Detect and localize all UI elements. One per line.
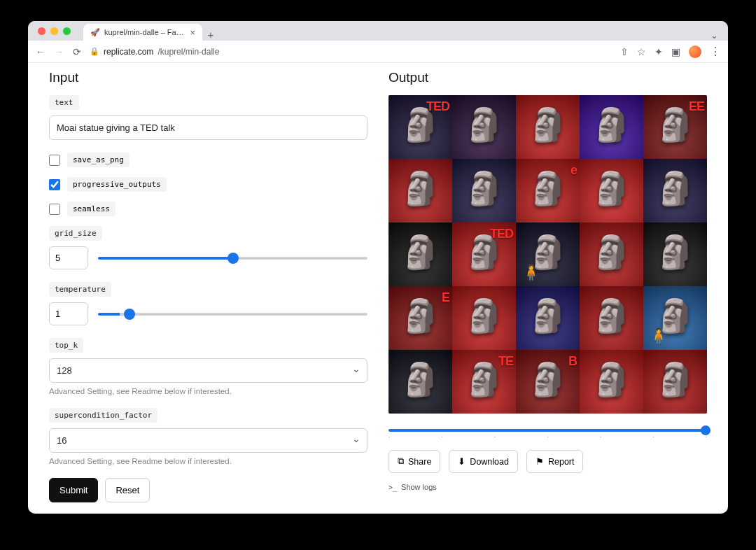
output-progress-slider[interactable]: ·······	[388, 423, 707, 437]
moai-icon: 🗿	[592, 108, 631, 141]
ted-text: e	[570, 163, 577, 178]
moai-icon: 🗿	[655, 299, 695, 332]
output-grid-cell: 🗿	[388, 159, 452, 223]
checkbox-seamless[interactable]	[49, 204, 60, 215]
share-icon: ⧉	[398, 456, 404, 467]
share-button[interactable]: ⧉Share	[388, 450, 440, 473]
input-heading: Input	[49, 70, 368, 85]
terminal-icon: >_	[388, 484, 397, 491]
moai-icon: 🗿	[528, 363, 568, 395]
label-seamless: seamless	[67, 202, 115, 216]
label-temperature: temperature	[49, 282, 111, 297]
moai-icon: 🗿	[400, 236, 440, 268]
checkbox-save-as-png[interactable]	[49, 155, 60, 166]
label-text: text	[49, 95, 79, 110]
label-supercondition-factor: supercondition_factor	[49, 408, 158, 423]
field-top-k: top_k 128 Advanced Setting, see Readme b…	[49, 338, 368, 395]
supercondition-factor-hint: Advanced Setting, see Readme below if in…	[49, 457, 368, 465]
browser-tab[interactable]: 🚀 kuprel/min-dalle – Fast, minim… ×	[83, 24, 202, 41]
moai-icon: 🗿	[592, 172, 631, 204]
output-grid-cell: 🗿	[452, 286, 516, 350]
page-content: Input text save_as_png progressive_outpu…	[28, 63, 728, 514]
output-grid-cell: 🗿🧍	[516, 223, 580, 286]
output-image-grid: 🗿TED🗿🗿🗿🗿EE🗿🗿🗿e🗿🗿🗿🗿TED🗿🧍🗿🗿🗿E🗿🗿🗿🗿🧍🗿🗿TE🗿B🗿🗿	[388, 95, 707, 414]
field-temperature: temperature	[49, 282, 368, 325]
field-seamless[interactable]: seamless	[49, 202, 368, 216]
tab-favicon: 🚀	[90, 28, 100, 37]
output-grid-cell: 🗿	[516, 286, 580, 350]
tab-strip: 🚀 kuprel/min-dalle – Fast, minim… × + ⌄	[28, 21, 728, 41]
field-save-as-png[interactable]: save_as_png	[49, 153, 368, 167]
output-grid-cell: 🗿E	[388, 286, 452, 350]
profile-avatar[interactable]	[689, 45, 701, 58]
ted-text: TE	[498, 354, 513, 369]
output-grid-cell: 🗿B	[516, 350, 580, 414]
minimize-window-button[interactable]	[50, 27, 58, 35]
side-panel-icon[interactable]: ▣	[671, 46, 680, 57]
url-path: /kuprel/min-dalle	[158, 47, 219, 57]
field-progressive-outputs[interactable]: progressive_outputs	[49, 177, 368, 192]
output-grid-cell: 🗿	[580, 95, 643, 159]
bookmark-icon[interactable]: ☆	[637, 46, 646, 57]
output-grid-cell: 🗿	[452, 95, 516, 159]
browser-window: 🚀 kuprel/min-dalle – Fast, minim… × + ⌄ …	[28, 21, 728, 514]
close-tab-icon[interactable]: ×	[190, 27, 195, 38]
label-top-k: top_k	[49, 338, 83, 353]
grid-size-slider[interactable]	[98, 257, 368, 260]
submit-button[interactable]: Submit	[49, 478, 98, 502]
url-display[interactable]: 🔒 replicate.com/kuprel/min-dalle	[90, 47, 613, 57]
label-save-as-png: save_as_png	[67, 153, 130, 167]
moai-icon: 🗿	[464, 108, 504, 141]
kebab-menu-icon[interactable]: ⋮	[710, 45, 721, 58]
moai-icon: 🗿	[655, 363, 695, 395]
field-grid-size: grid_size	[49, 226, 368, 269]
top-k-hint: Advanced Setting, see Readme below if in…	[49, 387, 368, 395]
moai-icon: 🗿	[592, 363, 631, 395]
field-text: text	[49, 95, 368, 140]
person-icon: 🧍	[649, 327, 668, 346]
ted-text: E	[442, 290, 449, 305]
temperature-slider[interactable]	[98, 313, 368, 316]
checkbox-progressive-outputs[interactable]	[49, 179, 60, 190]
text-input[interactable]	[49, 115, 368, 140]
output-grid-cell: 🗿🧍	[643, 286, 707, 350]
label-progressive-outputs: progressive_outputs	[67, 177, 167, 192]
tab-title: kuprel/min-dalle – Fast, minim…	[104, 28, 186, 36]
extensions-icon[interactable]: ✦	[654, 46, 663, 57]
forward-button[interactable]: →	[53, 46, 64, 57]
report-button[interactable]: ⚑Report	[526, 450, 584, 473]
back-button[interactable]: ←	[35, 46, 46, 57]
url-domain: replicate.com	[104, 47, 153, 57]
ted-text: EE	[689, 99, 704, 114]
moai-icon: 🗿	[655, 172, 695, 204]
output-heading: Output	[388, 70, 707, 85]
new-tab-button[interactable]: +	[202, 29, 219, 41]
input-panel: Input text save_as_png progressive_outpu…	[49, 70, 368, 502]
download-button[interactable]: ⬇Download	[449, 450, 518, 473]
close-window-button[interactable]	[38, 27, 46, 35]
output-grid-cell: 🗿	[580, 350, 643, 414]
moai-icon: 🗿	[464, 172, 504, 204]
tab-overflow-icon[interactable]: ⌄	[710, 30, 718, 41]
ted-text: TED	[490, 227, 513, 241]
output-grid-cell: 🗿	[388, 223, 452, 286]
output-grid-cell: 🗿EE	[643, 95, 707, 159]
reset-button[interactable]: Reset	[105, 478, 150, 502]
label-grid-size: grid_size	[49, 226, 102, 241]
moai-icon: 🗿	[592, 299, 631, 332]
grid-size-number[interactable]	[49, 246, 88, 269]
fullscreen-window-button[interactable]	[63, 27, 71, 35]
moai-icon: 🗿	[528, 236, 568, 268]
output-panel: Output 🗿TED🗿🗿🗿🗿EE🗿🗿🗿e🗿🗿🗿🗿TED🗿🧍🗿🗿🗿E🗿🗿🗿🗿🧍🗿…	[388, 70, 707, 502]
lock-icon: 🔒	[90, 47, 99, 56]
ted-text: TED	[426, 99, 449, 114]
show-logs-toggle[interactable]: >_ Show logs	[388, 483, 707, 491]
moai-icon: 🗿	[464, 299, 504, 332]
output-grid-cell: 🗿	[643, 223, 707, 286]
temperature-number[interactable]	[49, 302, 88, 325]
output-grid-cell: 🗿TED	[452, 223, 516, 286]
share-page-icon[interactable]: ⇧	[620, 46, 629, 57]
supercondition-factor-select[interactable]: 16	[49, 428, 368, 453]
top-k-select[interactable]: 128	[49, 358, 368, 383]
reload-button[interactable]: ⟳	[71, 46, 83, 57]
